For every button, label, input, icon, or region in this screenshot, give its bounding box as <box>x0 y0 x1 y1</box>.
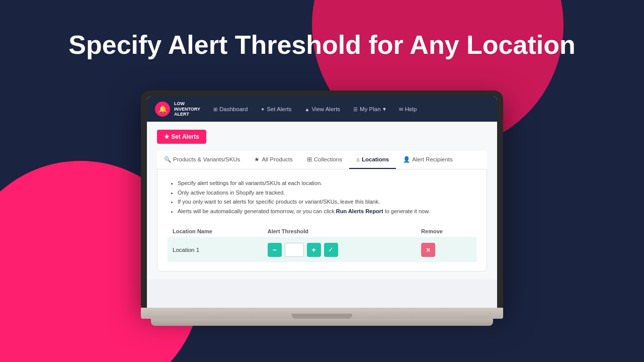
nav-dashboard[interactable]: ⊞ Dashboard <box>208 103 253 115</box>
view-alerts-icon: ▲ <box>305 107 310 112</box>
my-plan-icon: ☰ <box>353 107 358 112</box>
recipients-icon: 👤 <box>403 156 410 163</box>
app-window: 🔔 LOW INVENTORY ALERT ⊞ Dashboard ✦ Set … <box>147 97 497 308</box>
laptop-mockup: 🔔 LOW INVENTORY ALERT ⊞ Dashboard ✦ Set … <box>141 90 503 326</box>
info-item-2: Only active locations in Shopify are tra… <box>178 188 476 198</box>
location-name-cell: Location 1 <box>168 237 263 262</box>
nav-my-plan[interactable]: ☰ My Plan ▾ <box>348 103 391 116</box>
tab-bar: 🔍 Products & Variants/SKUs ★ All Product… <box>157 151 487 169</box>
tab-alert-recipients[interactable]: 👤 Alert Recipients <box>396 151 460 169</box>
grid-icon: ⊞ <box>307 156 312 163</box>
logo-text: LOW INVENTORY ALERT <box>174 101 200 117</box>
app-navbar: 🔔 LOW INVENTORY ALERT ⊞ Dashboard ✦ Set … <box>147 97 497 122</box>
th-remove: Remove <box>416 225 476 238</box>
table-header-row: Location Name Alert Threshold Remove <box>168 225 476 238</box>
info-item-1: Specify alert settings for all variants/… <box>178 178 476 188</box>
dashboard-icon: ⊞ <box>213 107 217 112</box>
tab-collections[interactable]: ⊞ Collections <box>300 151 349 169</box>
run-alerts-link[interactable]: Run Alerts Report <box>336 208 383 214</box>
laptop-screen: 🔔 LOW INVENTORY ALERT ⊞ Dashboard ✦ Set … <box>141 90 503 308</box>
locations-table: Location Name Alert Threshold Remove Loc… <box>168 225 476 262</box>
table-row: Location 1 − + ✓ <box>168 237 476 262</box>
app-logo: 🔔 LOW INVENTORY ALERT <box>155 101 200 117</box>
help-icon: ✉ <box>399 107 403 112</box>
laptop-foot <box>151 319 493 326</box>
search-icon: 🔍 <box>164 156 171 163</box>
threshold-controls: − + ✓ <box>268 243 411 257</box>
location-icon: ⌂ <box>356 156 360 162</box>
set-alerts-button[interactable]: ★ Set Alerts <box>157 130 206 144</box>
dropdown-arrow-icon: ▾ <box>383 106 386 113</box>
decrement-button[interactable]: − <box>268 243 282 257</box>
main-panel: Specify alert settings for all variants/… <box>157 169 487 272</box>
info-list: Specify alert settings for all variants/… <box>168 178 476 216</box>
page-title: Specify Alert Threshold for Any Location <box>0 30 644 60</box>
star-icon: ★ <box>254 156 260 163</box>
app-content: ★ Set Alerts 🔍 Products & Variants/SKUs … <box>147 122 497 280</box>
th-location-name: Location Name <box>168 225 263 238</box>
tab-products-variants[interactable]: 🔍 Products & Variants/SKUs <box>157 151 247 169</box>
logo-icon: 🔔 <box>155 102 170 117</box>
tab-all-products[interactable]: ★ All Products <box>247 151 299 169</box>
nav-view-alerts[interactable]: ▲ View Alerts <box>300 103 346 115</box>
nav-set-alerts[interactable]: ✦ Set Alerts <box>256 103 296 115</box>
info-item-4: Alerts will be automatically generated t… <box>178 207 476 216</box>
increment-button[interactable]: + <box>307 243 321 257</box>
tab-locations[interactable]: ⌂ Locations <box>349 151 396 169</box>
nav-help[interactable]: ✉ Help <box>394 103 422 115</box>
remove-button[interactable]: × <box>421 243 435 257</box>
threshold-cell: − + ✓ <box>263 237 416 262</box>
info-item-3: If you only want to set alerts for speci… <box>178 197 476 207</box>
laptop-base <box>141 308 503 319</box>
remove-cell: × <box>416 237 476 262</box>
threshold-input[interactable] <box>285 243 304 257</box>
th-alert-threshold: Alert Threshold <box>263 225 416 238</box>
set-alerts-nav-icon: ✦ <box>261 107 265 112</box>
confirm-button[interactable]: ✓ <box>324 243 338 257</box>
